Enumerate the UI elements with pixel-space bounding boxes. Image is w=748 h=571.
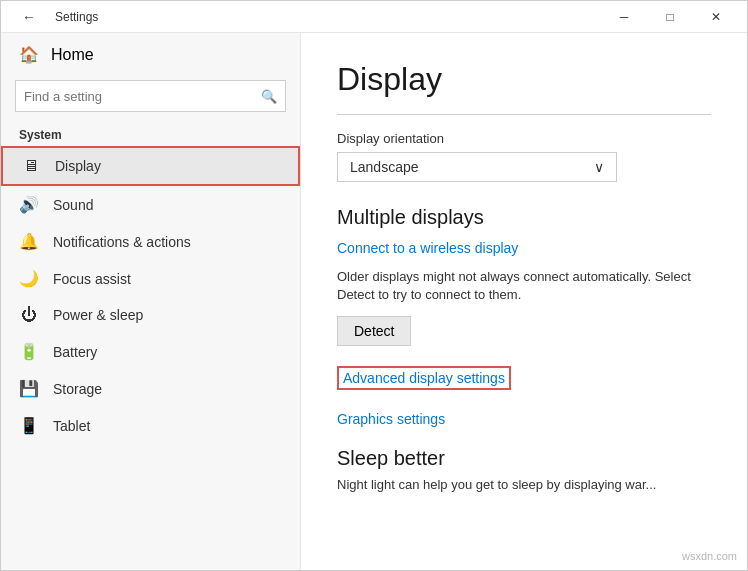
sidebar-item-power[interactable]: ⏻ Power & sleep <box>1 297 300 333</box>
storage-icon: 💾 <box>19 379 39 398</box>
watermark: wsxdn.com <box>682 550 737 562</box>
sidebar-item-display[interactable]: 🖥 Display <box>1 146 300 186</box>
sidebar-item-home[interactable]: 🏠 Home <box>1 33 300 76</box>
sidebar-item-power-label: Power & sleep <box>53 307 143 323</box>
orientation-label: Display orientation <box>337 131 711 146</box>
sidebar-home-label: Home <box>51 46 94 64</box>
tablet-icon: 📱 <box>19 416 39 435</box>
content-area: Display Display orientation Landscape ∨ … <box>301 33 747 570</box>
advanced-display-settings-link[interactable]: Advanced display settings <box>337 366 511 390</box>
sidebar-item-notifications[interactable]: 🔔 Notifications & actions <box>1 223 300 260</box>
page-title: Display <box>337 61 711 98</box>
minimize-button[interactable]: ─ <box>601 1 647 33</box>
sidebar-item-tablet-label: Tablet <box>53 418 90 434</box>
orientation-dropdown[interactable]: Landscape ∨ <box>337 152 617 182</box>
sidebar-item-focus[interactable]: 🌙 Focus assist <box>1 260 300 297</box>
sidebar-item-tablet[interactable]: 📱 Tablet <box>1 407 300 444</box>
sidebar-section-label: System <box>1 122 300 146</box>
titlebar-title: Settings <box>55 10 601 24</box>
titlebar: ← Settings ─ □ ✕ <box>1 1 747 33</box>
chevron-down-icon: ∨ <box>594 159 604 175</box>
connect-wireless-link[interactable]: Connect to a wireless display <box>337 240 518 256</box>
sidebar-search-container: 🔍 <box>15 80 286 112</box>
sleep-desc: Night light can help you get to sleep by… <box>337 476 711 494</box>
power-icon: ⏻ <box>19 306 39 324</box>
search-icon: 🔍 <box>261 89 277 104</box>
sidebar: 🏠 Home 🔍 System 🖥 Display 🔊 Sound 🔔 Noti… <box>1 33 301 570</box>
sidebar-item-sound-label: Sound <box>53 197 93 213</box>
sidebar-item-sound[interactable]: 🔊 Sound <box>1 186 300 223</box>
divider <box>337 114 711 115</box>
sidebar-item-storage-label: Storage <box>53 381 102 397</box>
back-button[interactable]: ← <box>9 1 49 33</box>
focus-icon: 🌙 <box>19 269 39 288</box>
multiple-displays-title: Multiple displays <box>337 206 711 229</box>
main-area: 🏠 Home 🔍 System 🖥 Display 🔊 Sound 🔔 Noti… <box>1 33 747 570</box>
orientation-value: Landscape <box>350 159 419 175</box>
graphics-settings-link[interactable]: Graphics settings <box>337 411 445 427</box>
sleep-title: Sleep better <box>337 447 711 470</box>
sidebar-item-notifications-label: Notifications & actions <box>53 234 191 250</box>
sound-icon: 🔊 <box>19 195 39 214</box>
battery-icon: 🔋 <box>19 342 39 361</box>
maximize-button[interactable]: □ <box>647 1 693 33</box>
settings-window: ← Settings ─ □ ✕ 🏠 Home 🔍 System 🖥 Displ… <box>0 0 748 571</box>
window-controls: ─ □ ✕ <box>601 1 739 33</box>
description-text: Older displays might not always connect … <box>337 268 711 304</box>
sidebar-item-battery[interactable]: 🔋 Battery <box>1 333 300 370</box>
detect-button[interactable]: Detect <box>337 316 411 346</box>
sidebar-item-focus-label: Focus assist <box>53 271 131 287</box>
home-icon: 🏠 <box>19 45 39 64</box>
sidebar-item-display-label: Display <box>55 158 101 174</box>
close-button[interactable]: ✕ <box>693 1 739 33</box>
back-icon: ← <box>22 9 36 25</box>
notifications-icon: 🔔 <box>19 232 39 251</box>
search-input[interactable] <box>24 89 261 104</box>
sidebar-item-storage[interactable]: 💾 Storage <box>1 370 300 407</box>
sidebar-item-battery-label: Battery <box>53 344 97 360</box>
display-icon: 🖥 <box>21 157 41 175</box>
